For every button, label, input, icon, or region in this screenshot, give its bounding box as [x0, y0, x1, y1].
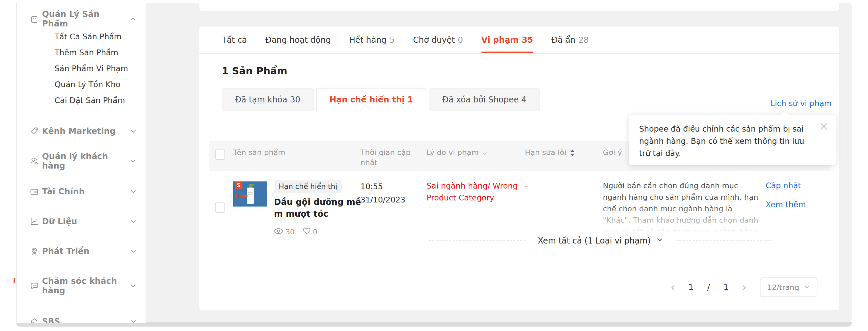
tab-all[interactable]: Tất cả — [222, 26, 247, 53]
views-stat: 30 — [274, 226, 295, 238]
dashed-divider — [676, 240, 772, 241]
product-thumbnail[interactable]: S Shopee — [233, 180, 267, 214]
chevron-down-icon — [130, 248, 137, 255]
heart-icon — [303, 226, 311, 238]
dashed-divider — [429, 240, 526, 241]
tooltip-text: Shopee đã điều chỉnh các sản phẩm bị sai… — [639, 123, 812, 159]
status-badge: Hạn chế hiển thị — [274, 180, 342, 193]
column-header-deadline[interactable]: Hạn sửa lỗi — [525, 141, 603, 160]
chevron-down-icon — [130, 157, 137, 165]
chevron-down-icon — [130, 218, 137, 225]
table-row: S Shopee Hạn chế hiển thị Dầu gội dưỡng … — [209, 171, 830, 238]
row-actions: Cập nhật Xem thêm — [766, 180, 830, 238]
violation-subtabs: Đã tạm khóa 30 Hạn chế hiển thị 1 Đã xóa… — [222, 88, 839, 111]
page-size-select[interactable]: 12/trang — [760, 277, 817, 297]
sidebar-item-label: Tài Chính — [42, 187, 130, 196]
column-header-name: Tên sản phẩm — [233, 141, 360, 158]
product-stats: 30 0 — [274, 226, 365, 238]
chevron-down-icon — [130, 188, 137, 195]
shopee-watermark: S Shopee — [235, 182, 243, 202]
likes-stat: 0 — [303, 226, 317, 238]
current-page: 1 — [688, 283, 693, 292]
section-divider — [208, 263, 831, 263]
sidebar-item-label: Quản Lý Sản Phẩm — [42, 9, 130, 28]
tab-count: 5 — [390, 35, 395, 45]
sidebar-item-finance[interactable]: Tài Chính — [29, 185, 146, 198]
house-icon — [29, 316, 39, 323]
sidebar-item-violating-products[interactable]: Sản Phẩm Vi Phạm — [55, 60, 146, 76]
chevron-down-icon — [804, 283, 810, 292]
close-icon[interactable] — [820, 122, 828, 131]
sidebar-item-label: Quản lý khách hàng — [42, 152, 130, 171]
sidebar: Quản Lý Sản Phẩm Tất Cả Sản Phẩm Thêm Sả… — [16, 3, 146, 323]
suggestion-text: Người bán cần chọn đúng danh mục ngành h… — [603, 180, 761, 232]
view-all-violations-button[interactable]: Xem tất cả (1 Loại vi phạm) — [538, 236, 664, 246]
product-cell: S Shopee Hạn chế hiển thị Dầu gội dưỡng … — [233, 180, 360, 238]
product-list-panel: Tất cả Đang hoạt động Hết hàng5 Chờ duyệ… — [199, 26, 839, 310]
chevron-down-icon — [130, 318, 137, 323]
sidebar-item-customer-management[interactable]: Quản lý khách hàng — [29, 154, 146, 168]
sidebar-submenu: Tất Cả Sản Phẩm Thêm Sản Phẩm Sản Phẩm V… — [29, 28, 146, 108]
history-tooltip: Shopee đã điều chỉnh các sản phẩm bị sai… — [629, 115, 836, 165]
see-more-link[interactable]: Xem thêm — [766, 200, 823, 209]
sidebar-item-data[interactable]: Dữ Liệu — [29, 215, 146, 228]
chat-icon — [29, 281, 39, 291]
tag-icon — [29, 126, 39, 136]
total-pages: 1 — [724, 283, 729, 292]
update-link[interactable]: Cập nhật — [766, 181, 823, 190]
wallet-icon — [29, 187, 39, 197]
previous-card-edge — [199, 0, 839, 11]
sidebar-item-marketing[interactable]: Kênh Marketing — [29, 124, 146, 138]
chevron-down-icon — [130, 128, 137, 135]
subtab-deleted-by-shopee[interactable]: Đã xóa bởi Shopee 4 — [429, 88, 539, 111]
suggestion-cell: Người bán cần chọn đúng danh mục ngành h… — [603, 180, 766, 238]
tab-active[interactable]: Đang hoạt động — [265, 26, 331, 53]
sidebar-item-growth[interactable]: Phát Triển — [29, 245, 146, 258]
shopee-watermark-label: Shopee — [235, 190, 243, 202]
sort-icon[interactable] — [569, 149, 575, 160]
tab-hidden[interactable]: Đã ẩn28 — [551, 26, 589, 53]
sidebar-item-product-settings[interactable]: Cài Đặt Sản Phẩm — [55, 92, 146, 108]
subtab-suspended[interactable]: Đã tạm khóa 30 — [222, 88, 314, 111]
tab-count: 0 — [458, 35, 463, 45]
page-separator: / — [707, 283, 710, 292]
bag-icon — [29, 14, 39, 24]
updated-cell: 10:55 31/10/2023 — [360, 180, 427, 238]
tab-violation[interactable]: Vi phạm35 — [481, 26, 533, 53]
sidebar-item-inventory[interactable]: Quản Lý Tồn Kho — [55, 76, 146, 92]
chart-icon — [29, 216, 39, 227]
product-info: Hạn chế hiển thị Dầu gội dưỡng mềm mượt … — [274, 180, 365, 238]
product-name[interactable]: Dầu gội dưỡng mềm mượt tóc — [274, 196, 365, 220]
view-all-violations-row: Xem tất cả (1 Loại vi phạm) — [429, 236, 772, 246]
subtab-restricted-visibility[interactable]: Hạn chế hiển thị 1 — [316, 88, 427, 111]
next-page-button[interactable]: › — [742, 278, 746, 296]
column-header-updated: Thời gian cập nhật — [360, 141, 427, 168]
chevron-down-icon — [656, 236, 664, 246]
select-all-checkbox[interactable] — [215, 150, 225, 160]
shopee-logo-icon: S — [235, 182, 242, 189]
status-tabbar: Tất cả Đang hoạt động Hết hàng5 Chờ duyệ… — [199, 26, 839, 54]
sidebar-item-add-product[interactable]: Thêm Sản Phẩm — [55, 44, 146, 60]
product-count-title: 1 Sản Phẩm — [222, 65, 839, 77]
sidebar-item-customer-care[interactable]: Chăm sóc khách hàng — [29, 274, 146, 297]
violation-history-link[interactable]: Lịch sử vi phạm — [770, 99, 832, 108]
column-header-reason[interactable]: Lý do vi phạm — [427, 141, 525, 160]
tab-count: 28 — [578, 35, 589, 45]
sidebar-item-label: SBS — [42, 317, 130, 323]
sidebar-item-sbs[interactable]: SBS — [29, 315, 146, 323]
chevron-up-icon — [130, 15, 137, 23]
filter-chevron-down-icon[interactable] — [481, 150, 488, 160]
sidebar-item-label: Phát Triển — [42, 247, 130, 256]
customers-icon — [29, 156, 39, 166]
tab-sold-out[interactable]: Hết hàng5 — [349, 26, 395, 53]
row-checkbox[interactable] — [215, 202, 225, 213]
sidebar-item-product-management[interactable]: Quản Lý Sản Phẩm — [29, 12, 146, 26]
prev-page-button[interactable]: ‹ — [671, 278, 675, 296]
sidebar-item-label: Chăm sóc khách hàng — [42, 276, 130, 295]
tab-pending[interactable]: Chờ duyệt0 — [413, 26, 463, 53]
eye-icon — [274, 226, 283, 238]
sidebar-item-all-products[interactable]: Tất Cả Sản Phẩm — [55, 28, 146, 44]
medal-icon — [29, 246, 39, 256]
deadline-cell: - — [525, 180, 603, 238]
tab-count: 35 — [522, 35, 533, 45]
